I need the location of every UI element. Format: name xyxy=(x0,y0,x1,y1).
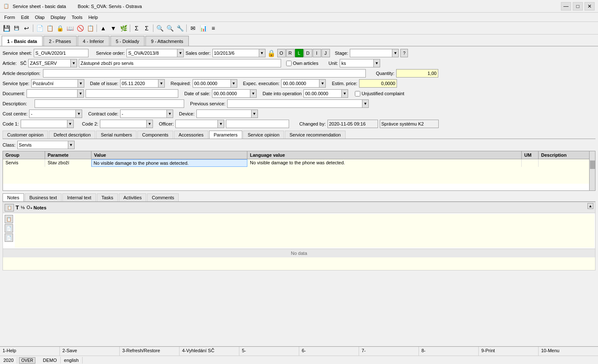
officer-input2[interactable] xyxy=(226,120,289,128)
notes-scroll-up[interactable]: ▲ xyxy=(587,203,593,209)
menu-form[interactable]: Form xyxy=(2,14,18,21)
description-input[interactable] xyxy=(35,99,184,108)
service-sheet-input[interactable] xyxy=(34,49,88,57)
cell-value[interactable]: No visible damage to the phone was detec… xyxy=(91,159,247,167)
status-d[interactable]: D xyxy=(304,49,312,57)
toolbar-clipboard[interactable]: 📋 xyxy=(86,24,95,33)
toolbar-down[interactable]: ▼ xyxy=(109,24,118,33)
notes-tab-business[interactable]: Business text xyxy=(25,193,62,201)
document-dropdown1[interactable]: ▼ xyxy=(77,89,84,98)
cost-centre-input[interactable] xyxy=(29,110,75,118)
article-name-input[interactable] xyxy=(79,59,281,67)
toolbar-sum[interactable]: Σ xyxy=(132,24,141,33)
table-scrollbar-thumb[interactable] xyxy=(590,161,595,169)
status-o[interactable]: O xyxy=(277,49,286,57)
toolbar-menu[interactable]: ≡ xyxy=(209,24,218,33)
notes-delete-btn[interactable]: 📄 xyxy=(5,233,13,242)
device-dropdown[interactable]: ▼ xyxy=(251,110,258,118)
sales-order-dropdown[interactable]: ▼ xyxy=(259,49,265,57)
toolbar-email[interactable]: ✉ xyxy=(188,24,198,33)
contract-code-dropdown[interactable]: ▼ xyxy=(166,110,173,118)
tab-inferior[interactable]: 4 - Inferior xyxy=(78,36,110,46)
table-scrollbar[interactable] xyxy=(589,151,595,190)
fkey-9[interactable]: 9-Print xyxy=(479,347,539,356)
estim-price-input[interactable] xyxy=(359,79,397,88)
menu-tools[interactable]: Tools xyxy=(69,14,85,21)
fkey-8[interactable]: 8- xyxy=(419,347,479,356)
officer-input1[interactable] xyxy=(175,120,217,128)
notes-btn1[interactable]: 📋 xyxy=(5,204,14,211)
exp-exec-input[interactable] xyxy=(281,79,319,88)
fkey-3[interactable]: 3-Refresh/Restore xyxy=(120,347,180,356)
required-dropdown[interactable]: ▼ xyxy=(231,79,237,88)
toolbar-branch[interactable]: 🌿 xyxy=(119,24,128,33)
stage-help-btn[interactable]: ? xyxy=(400,49,408,57)
toolbar-wrench[interactable]: 🔧 xyxy=(175,24,185,33)
prev-service-dropdown[interactable]: ▼ xyxy=(362,99,369,108)
notes-add-btn[interactable]: 📋 xyxy=(5,215,13,223)
status-j[interactable]: J xyxy=(322,49,330,57)
notes-text-area[interactable] xyxy=(15,214,594,248)
subtab-accessories[interactable]: Accessories xyxy=(174,131,208,139)
unjustified-checkbox[interactable] xyxy=(355,91,360,96)
sales-order-input[interactable] xyxy=(212,49,259,57)
menu-olap[interactable]: Olap xyxy=(32,14,47,21)
unit-dropdown[interactable]: ▼ xyxy=(373,59,380,67)
cost-centre-dropdown[interactable]: ▼ xyxy=(75,110,82,118)
menu-display[interactable]: Display xyxy=(48,14,68,21)
notes-tab-comments[interactable]: Comments xyxy=(147,193,179,201)
menu-help[interactable]: Help xyxy=(86,14,101,21)
toolbar-save[interactable]: 💾 xyxy=(2,24,11,33)
document-input1[interactable] xyxy=(27,89,77,98)
prev-service-input[interactable] xyxy=(227,99,362,108)
subtab-parameters[interactable]: Parameters xyxy=(209,131,242,139)
code2-input[interactable] xyxy=(100,120,146,128)
fkey-2[interactable]: 2-Save xyxy=(60,347,120,356)
toolbar-up[interactable]: ▲ xyxy=(99,24,108,33)
stage-dropdown[interactable]: ▼ xyxy=(392,49,399,57)
tab-basic-data[interactable]: 1 - Basic data xyxy=(2,36,43,46)
fkey-7[interactable]: 7- xyxy=(359,347,419,356)
class-input[interactable] xyxy=(17,141,68,149)
fkey-5[interactable]: 5- xyxy=(239,347,299,356)
stage-input[interactable] xyxy=(350,49,392,57)
status-r[interactable]: R xyxy=(286,49,295,57)
subtab-service-opinion[interactable]: Service opinion xyxy=(243,131,284,139)
notes-tab-tasks[interactable]: Tasks xyxy=(97,193,118,201)
table-row[interactable]: Servis Stav zboží No visible damage to t… xyxy=(3,159,595,167)
date-sale-dropdown[interactable]: ▼ xyxy=(250,89,257,98)
toolbar-copy[interactable]: 📋 xyxy=(45,24,54,33)
subtab-components[interactable]: Components xyxy=(137,131,173,139)
date-sale-input[interactable] xyxy=(212,89,250,98)
own-articles-checkbox[interactable] xyxy=(286,61,292,66)
device-input[interactable] xyxy=(196,110,251,118)
article-id-dropdown[interactable]: ▼ xyxy=(70,59,77,67)
article-desc-input[interactable] xyxy=(43,69,366,78)
subtab-serial-numbers[interactable]: Serial numbers xyxy=(96,131,137,139)
date-operation-input[interactable] xyxy=(303,89,341,98)
toolbar-lock[interactable]: 🔒 xyxy=(55,24,64,33)
toolbar-sum2[interactable]: Σ xyxy=(142,24,151,33)
toolbar-filter[interactable]: 🚫 xyxy=(75,24,85,33)
fkey-1[interactable]: 1-Help xyxy=(0,347,60,356)
notes-edit-btn[interactable]: 📄 xyxy=(5,224,13,233)
article-id-input[interactable] xyxy=(28,59,70,67)
date-issue-input[interactable] xyxy=(120,79,158,88)
toolbar-search2[interactable]: 🔍 xyxy=(165,24,174,33)
toolbar-search1[interactable]: 🔍 xyxy=(155,24,164,33)
required-input[interactable] xyxy=(193,79,231,88)
service-type-dropdown[interactable]: ▼ xyxy=(78,79,84,88)
fkey-4[interactable]: 4-Vyhledání SČ xyxy=(180,347,239,356)
tab-doklady[interactable]: 5 - Doklady xyxy=(110,36,145,46)
toolbar-chart[interactable]: 📊 xyxy=(198,24,208,33)
subtab-defect-description[interactable]: Defect description xyxy=(49,131,95,139)
contract-code-input[interactable] xyxy=(120,110,166,118)
document-input2[interactable] xyxy=(86,89,178,98)
code1-dropdown[interactable]: ▼ xyxy=(67,120,74,128)
date-operation-dropdown[interactable]: ▼ xyxy=(341,89,348,98)
notes-tab-internal[interactable]: Internal text xyxy=(62,193,96,201)
subtab-service-recommendation[interactable]: Service recommendation xyxy=(285,131,346,139)
toolbar-book[interactable]: 📖 xyxy=(65,24,75,33)
exp-exec-dropdown[interactable]: ▼ xyxy=(319,79,326,88)
unit-input[interactable] xyxy=(340,59,373,67)
